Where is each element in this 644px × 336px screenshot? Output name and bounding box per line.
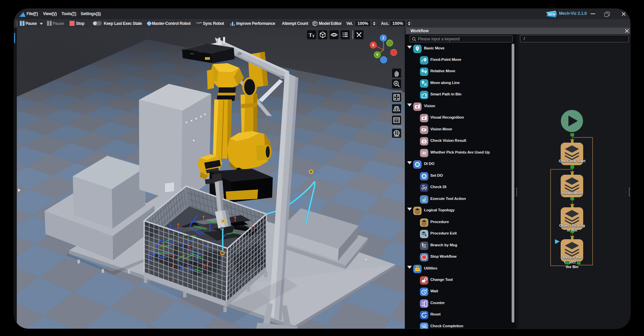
svg-text:Y: Y [376,53,379,57]
svg-text:DI: DI [423,186,426,190]
svg-text:NEW: NEW [548,12,556,16]
svg-text:T: T [312,34,315,38]
svg-text:Z: Z [382,36,385,40]
svg-text:X: X [372,43,375,47]
svg-text:T: T [309,32,312,38]
